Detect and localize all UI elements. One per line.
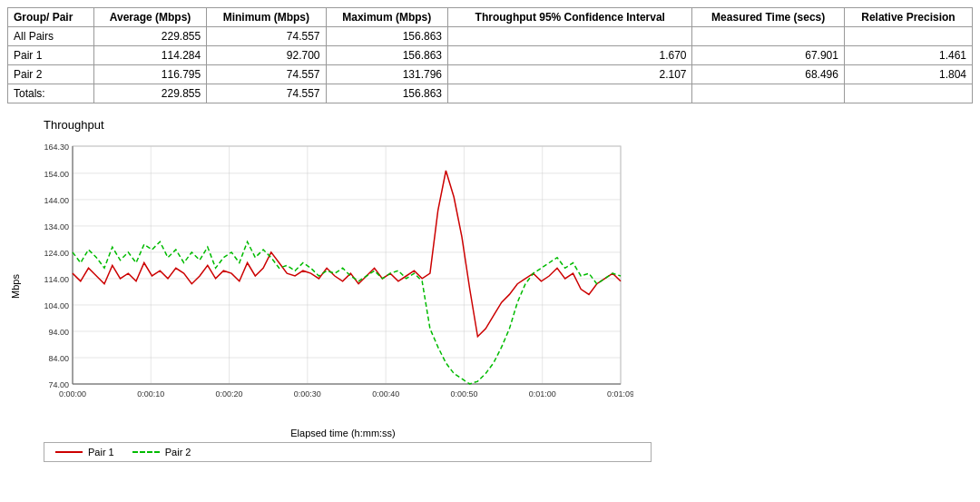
chart-title: Throughput [44,118,661,132]
table-cell: 1.804 [844,65,972,84]
table-row: Totals:229.85574.557156.863 [8,84,973,103]
legend-pair1: Pair 1 [55,447,114,458]
col-rp: Relative Precision [844,8,972,27]
table-cell: All Pairs [8,27,94,46]
svg-text:0:00:30: 0:00:30 [294,389,321,399]
svg-text:94.00: 94.00 [48,328,69,337]
table-cell: 1.461 [844,46,972,65]
table-cell: 114.284 [93,46,206,65]
svg-text:0:00:40: 0:00:40 [372,389,399,399]
svg-text:134.00: 134.00 [44,222,69,231]
table-cell: 156.863 [326,27,448,46]
col-min: Minimum (Mbps) [207,8,326,27]
table-cell [692,27,844,46]
chart-legend: Pair 1 Pair 2 [44,442,652,462]
table-cell: 67.901 [692,46,844,65]
table-cell: 2.107 [448,65,692,84]
legend-pair2-line [132,451,160,453]
col-time: Measured Time (secs) [692,8,844,27]
table-cell: 1.670 [448,46,692,65]
x-axis-label: Elapsed time (h:mm:ss) [25,428,661,438]
svg-text:0:01:00: 0:01:00 [529,389,556,399]
table-cell: 74.557 [207,84,326,103]
table-cell: 229.855 [93,27,206,46]
table-cell: Pair 1 [8,46,94,65]
svg-text:74.00: 74.00 [48,380,69,389]
legend-pair1-label: Pair 1 [88,447,114,458]
table-row: Pair 1114.28492.700156.8631.67067.9011.4… [8,46,973,65]
svg-text:0:00:50: 0:00:50 [450,389,477,399]
table-cell [844,84,972,103]
svg-text:0:00:10: 0:00:10 [137,389,164,399]
table-cell: 156.863 [326,84,448,103]
svg-text:84.00: 84.00 [48,354,69,363]
svg-text:0:00:20: 0:00:20 [216,389,243,399]
col-ci: Throughput 95% Confidence Interval [448,8,692,27]
table-cell [448,84,692,103]
legend-pair2: Pair 2 [132,447,191,458]
svg-text:104.00: 104.00 [44,301,69,310]
results-table: Group/ Pair Average (Mbps) Minimum (Mbps… [7,7,973,103]
svg-text:164.30: 164.30 [44,143,69,152]
svg-text:114.00: 114.00 [44,275,69,284]
table-cell: 68.496 [692,65,844,84]
table-cell: Totals: [8,84,94,103]
table-cell [448,27,692,46]
chart-svg: 74.0084.0094.00104.00114.00124.00134.001… [25,135,633,426]
col-max: Maximum (Mbps) [326,8,448,27]
table-cell [844,27,972,46]
col-avg: Average (Mbps) [93,8,206,27]
table-cell: 229.855 [93,84,206,103]
svg-text:0:01:09: 0:01:09 [607,389,633,399]
svg-text:0:00:00: 0:00:00 [59,389,86,399]
col-group: Group/ Pair [8,8,94,27]
throughput-chart: Throughput Mbps 74.0084.0094.00104.00114… [7,118,661,462]
table-cell: Pair 2 [8,65,94,84]
table-cell: 131.796 [326,65,448,84]
svg-rect-0 [73,146,621,384]
svg-text:154.00: 154.00 [44,170,69,179]
table-cell: 156.863 [326,46,448,65]
chart-plot-area: 74.0084.0094.00104.00114.00124.00134.001… [25,135,661,438]
table-row: All Pairs229.85574.557156.863 [8,27,973,46]
svg-text:144.00: 144.00 [44,196,69,205]
table-row: Pair 2116.79574.557131.7962.10768.4961.8… [8,65,973,84]
table-cell: 92.700 [207,46,326,65]
y-axis-label: Mbps [7,135,24,438]
svg-text:124.00: 124.00 [44,249,69,258]
legend-pair2-label: Pair 2 [165,447,191,458]
table-cell: 74.557 [207,65,326,84]
legend-pair1-line [55,451,83,453]
table-cell: 116.795 [93,65,206,84]
table-cell: 74.557 [207,27,326,46]
table-cell [692,84,844,103]
